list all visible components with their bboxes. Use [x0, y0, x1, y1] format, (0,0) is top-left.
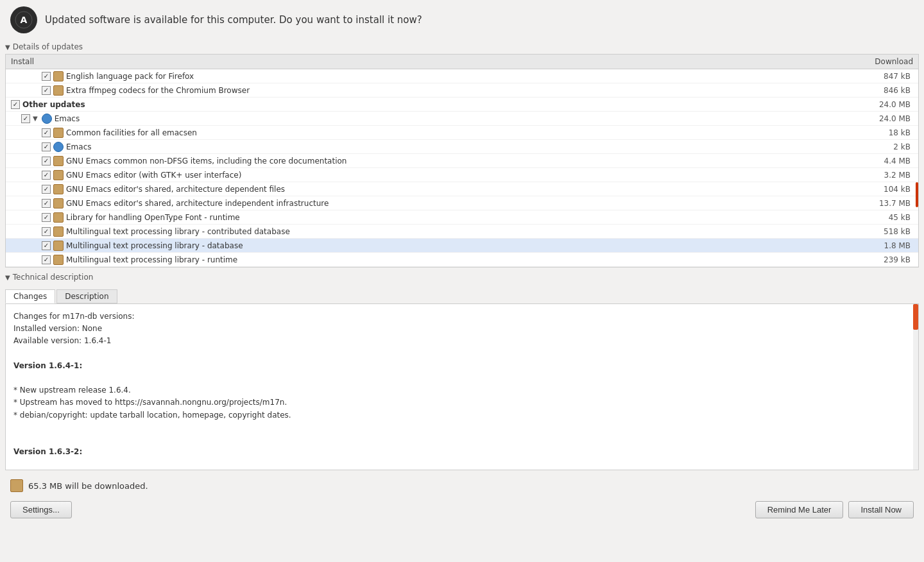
tech-section-label: Technical description [13, 273, 94, 282]
item-size-libotf-runtime: 45 kB [868, 213, 913, 222]
checkbox-m17n-runtime[interactable] [42, 255, 51, 264]
table-row[interactable]: Extra ffmpeg codecs for the Chromium Bro… [6, 83, 918, 98]
item-name-emacs-common: Common facilities for all emacsen [66, 128, 197, 137]
item-size-emacs-nonfree: 4.4 MB [868, 157, 913, 166]
table-row[interactable]: Other updates24.0 MB [6, 98, 918, 112]
box-icon [53, 184, 64, 194]
item-name-emacs-pkg: Emacs [66, 142, 91, 151]
table-row[interactable]: English language pack for Firefox847 kB [6, 69, 918, 83]
item-size-emacs-pkg: 2 kB [868, 142, 913, 151]
table-row[interactable]: GNU Emacs common non-DFSG items, includi… [6, 154, 918, 168]
tab-description[interactable]: Description [56, 289, 117, 303]
checkbox-emacs-nonfree[interactable] [42, 157, 51, 166]
item-size-emacs-common: 18 kB [868, 128, 913, 137]
item-name-emacs-shared-arch: GNU Emacs editor's shared, architecture … [66, 185, 285, 194]
item-name-m17n-db: Multilingual text processing library - d… [66, 241, 243, 250]
tech-section: ▼ Technical description Changes Descript… [0, 270, 924, 470]
checkbox-emacs-pkg[interactable] [42, 142, 51, 151]
version2-header: Version 1.6.3-2: [13, 447, 82, 456]
right-button-group: Remind Me Later Install Now [755, 501, 914, 518]
scrollbar-thumb [913, 304, 918, 330]
box-icon [53, 85, 64, 96]
remind-later-button[interactable]: Remind Me Later [755, 501, 844, 518]
item-name-m17n-runtime: Multilingual text processing library - r… [66, 255, 237, 264]
item-size-firefox-lang: 847 kB [868, 72, 913, 81]
details-arrow-icon: ▼ [5, 44, 10, 51]
tech-content-area: Changes for m17n-db versions: Installed … [5, 303, 919, 470]
version1-item-2: * Upstream has moved to https://savannah… [13, 396, 911, 409]
table-row[interactable]: GNU Emacs editor (with GTK+ user interfa… [6, 168, 918, 182]
checkbox-other-updates[interactable] [11, 100, 20, 109]
box-icon [53, 241, 64, 251]
updates-list: English language pack for Firefox847 kBE… [6, 69, 918, 267]
item-name-firefox-lang: English language pack for Firefox [66, 72, 194, 81]
table-row[interactable]: ▼Emacs24.0 MB [6, 112, 918, 126]
table-row[interactable]: Emacs2 kB [6, 140, 918, 154]
tech-section-header[interactable]: ▼ Technical description [0, 270, 924, 284]
version1-item-1: * New upstream release 1.6.4. [13, 384, 911, 396]
header-title: Updated software is available for this c… [45, 14, 422, 26]
globe-icon [42, 114, 52, 124]
col-download-label: Download [875, 57, 913, 66]
header: A Updated software is available for this… [0, 0, 924, 40]
item-size-m17n-contrib: 518 kB [868, 227, 913, 236]
details-section-header[interactable]: ▼ Details of updates [0, 40, 924, 54]
item-name-libotf-runtime: Library for handling OpenType Font - run… [66, 213, 240, 222]
table-row[interactable]: GNU Emacs editor's shared, architecture … [6, 182, 918, 196]
checkbox-emacs-shared-indep[interactable] [42, 199, 51, 208]
download-icon [10, 479, 23, 492]
svg-text:A: A [21, 15, 28, 25]
scrollbar-track [913, 304, 918, 470]
table-row[interactable]: Multilingual text processing library - c… [6, 225, 918, 239]
item-name-ffmpeg-codecs: Extra ffmpeg codecs for the Chromium Bro… [66, 86, 250, 95]
expand-arrow-icon: ▼ [33, 115, 38, 122]
item-size-emacs-gtk: 3.2 MB [868, 171, 913, 180]
checkbox-ffmpeg-codecs[interactable] [42, 86, 51, 95]
checkbox-emacs-gtk[interactable] [42, 171, 51, 180]
tab-changes[interactable]: Changes [5, 289, 55, 303]
changes-line2: Installed version: None [13, 323, 911, 335]
item-size-ffmpeg-codecs: 846 kB [868, 86, 913, 95]
globe-icon [53, 142, 64, 152]
item-size-emacs-shared-arch: 104 kB [868, 185, 913, 194]
footer-download-row: 65.3 MB will be downloaded. [0, 475, 924, 496]
box-icon [53, 128, 64, 138]
item-name-m17n-contrib: Multilingual text processing library - c… [66, 227, 290, 236]
checkbox-m17n-contrib[interactable] [42, 227, 51, 236]
table-row[interactable]: GNU Emacs editor's shared, architecture … [6, 196, 918, 210]
item-name-emacs-shared-indep: GNU Emacs editor's shared, architecture … [66, 199, 329, 208]
updates-table-container: Install Download English language pack f… [5, 54, 919, 268]
box-icon [53, 71, 64, 81]
checkbox-m17n-db[interactable] [42, 241, 51, 250]
install-now-button[interactable]: Install Now [848, 501, 914, 518]
settings-button[interactable]: Settings... [10, 501, 72, 518]
checkbox-firefox-lang[interactable] [42, 72, 51, 81]
box-icon [53, 255, 64, 265]
item-name-emacs-group: Emacs [55, 114, 80, 123]
box-icon [53, 198, 64, 209]
item-size-emacs-group: 24.0 MB [868, 114, 913, 123]
item-size-m17n-db: 1.8 MB [868, 241, 913, 250]
table-header: Install Download [6, 55, 918, 69]
item-size-m17n-runtime: 239 kB [868, 255, 913, 264]
scrollbar-indicator [916, 182, 918, 208]
item-name-other-updates: Other updates [22, 100, 85, 109]
changes-line1: Changes for m17n-db versions: [13, 311, 911, 323]
changes-line3: Available version: 1.6.4-1 [13, 335, 911, 347]
box-icon [53, 226, 64, 237]
tech-text: Changes for m17n-db versions: Installed … [13, 311, 911, 458]
table-row[interactable]: Multilingual text processing library - d… [6, 239, 918, 253]
box-icon [53, 170, 64, 180]
item-name-emacs-gtk: GNU Emacs editor (with GTK+ user interfa… [66, 171, 241, 180]
table-row[interactable]: Common facilities for all emacsen18 kB [6, 126, 918, 140]
checkbox-emacs-shared-arch[interactable] [42, 185, 51, 194]
tech-tabs: Changes Description [0, 289, 924, 303]
checkbox-libotf-runtime[interactable] [42, 213, 51, 222]
table-row[interactable]: Multilingual text processing library - r… [6, 253, 918, 267]
version1-header: Version 1.6.4-1: [13, 361, 82, 370]
table-row[interactable]: Library for handling OpenType Font - run… [6, 210, 918, 225]
app-icon: A [10, 6, 37, 33]
checkbox-emacs-common[interactable] [42, 128, 51, 137]
details-section-label: Details of updates [13, 42, 83, 51]
checkbox-emacs-group[interactable] [21, 114, 30, 123]
